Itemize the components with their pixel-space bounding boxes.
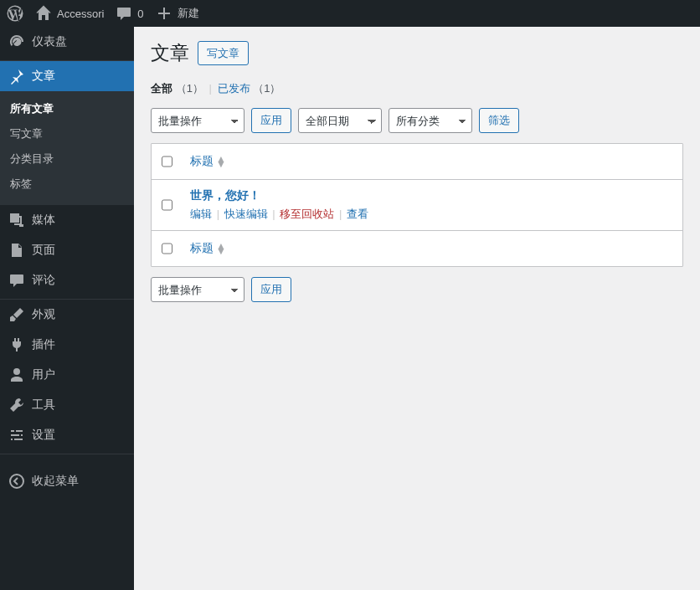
submenu-categories[interactable]: 分类目录 <box>0 146 134 172</box>
menu-label: 页面 <box>32 243 55 258</box>
menu-label: 设置 <box>32 428 55 443</box>
sort-by-title-footer[interactable]: 标题 ▲▼ <box>190 241 226 256</box>
new-label: 新建 <box>178 6 199 21</box>
select-all-footer <box>152 231 182 266</box>
submenu-posts: 所有文章 写文章 分类目录 标签 <box>0 91 134 205</box>
comments-link[interactable]: 0 <box>116 5 143 22</box>
menu-label: 外观 <box>32 307 55 322</box>
menu-pages[interactable]: 页面 <box>0 235 134 265</box>
apply-bulk-top-button[interactable]: 应用 <box>251 108 291 133</box>
collapse-arrow-icon <box>8 473 25 490</box>
submenu-new-post[interactable]: 写文章 <box>0 121 134 146</box>
plus-icon <box>156 5 172 22</box>
menu-users[interactable]: 用户 <box>0 360 134 390</box>
tablenav-top: 批量操作 应用 全部日期 所有分类 筛选 <box>151 108 683 133</box>
table-row: 世界，您好！ 编辑 | 快速编辑 | 移至回收站 | 查看 <box>152 180 682 231</box>
submenu-all-posts[interactable]: 所有文章 <box>0 96 134 121</box>
menu-tools[interactable]: 工具 <box>0 390 134 420</box>
menu-label: 用户 <box>32 367 55 382</box>
menu-posts[interactable]: 文章 <box>0 61 134 91</box>
menu-label: 评论 <box>32 273 55 288</box>
category-filter-select[interactable]: 所有分类 <box>389 108 472 133</box>
admin-sidebar: 仪表盘 文章 所有文章 写文章 分类目录 标签 媒体 页面 <box>0 27 134 590</box>
new-content-link[interactable]: 新建 <box>156 5 199 22</box>
menu-label: 工具 <box>32 398 55 413</box>
content-area: 文章 写文章 全部 （1） | 已发布 （1） 批量操作 应用 全部日期 所有 <box>134 27 700 590</box>
wrench-icon <box>8 397 25 413</box>
sort-indicator-icon: ▲▼ <box>216 156 226 167</box>
tablenav-bottom: 批量操作 应用 <box>151 277 683 302</box>
filter-published[interactable]: 已发布 <box>218 82 250 95</box>
bulk-action-select-top[interactable]: 批量操作 <box>151 108 244 133</box>
add-new-post-button[interactable]: 写文章 <box>198 41 249 66</box>
filter-published-count: （1） <box>253 82 281 95</box>
pin-icon <box>8 68 25 85</box>
plug-icon <box>8 336 25 353</box>
table-header-row: 标题 ▲▼ <box>152 144 682 180</box>
home-icon <box>35 5 52 22</box>
menu-plugins[interactable]: 插件 <box>0 330 134 360</box>
comments-count: 0 <box>137 8 143 20</box>
menu-collapse[interactable]: 收起菜单 <box>0 466 134 496</box>
sort-by-title[interactable]: 标题 ▲▼ <box>190 154 226 169</box>
site-name: Accessori <box>57 8 104 20</box>
menu-separator <box>0 450 134 454</box>
svg-point-0 <box>10 475 23 488</box>
admin-top-bar: Accessori 0 新建 <box>0 0 700 27</box>
menu-label: 文章 <box>32 69 55 84</box>
column-title-footer: 标题 ▲▼ <box>182 233 682 264</box>
row-actions: 编辑 | 快速编辑 | 移至回收站 | 查看 <box>190 207 674 222</box>
menu-media[interactable]: 媒体 <box>0 205 134 235</box>
post-title-link[interactable]: 世界，您好！ <box>190 188 260 202</box>
row-select-cell <box>152 187 182 223</box>
media-icon <box>8 212 25 228</box>
menu-dashboard[interactable]: 仪表盘 <box>0 27 134 57</box>
trash-link[interactable]: 移至回收站 <box>280 208 334 220</box>
menu-label: 插件 <box>32 337 55 352</box>
menu-label: 收起菜单 <box>32 474 79 489</box>
page-title: 文章 <box>151 40 189 66</box>
apply-bulk-bottom-button[interactable]: 应用 <box>251 277 291 302</box>
bulk-action-select-bottom[interactable]: 批量操作 <box>151 277 244 302</box>
table-footer-row: 标题 ▲▼ <box>152 231 682 266</box>
menu-settings[interactable]: 设置 <box>0 420 134 450</box>
comment-icon <box>8 272 25 289</box>
menu-label: 媒体 <box>32 213 55 228</box>
comment-icon <box>116 5 132 22</box>
select-all-checkbox-footer[interactable] <box>162 242 172 255</box>
sliders-icon <box>8 427 25 444</box>
page-icon <box>8 242 25 259</box>
view-link[interactable]: 查看 <box>347 208 368 220</box>
menu-label: 仪表盘 <box>32 34 67 49</box>
post-title-cell: 世界，您好！ 编辑 | 快速编辑 | 移至回收站 | 查看 <box>182 180 682 230</box>
sort-indicator-icon: ▲▼ <box>216 244 226 254</box>
menu-appearance[interactable]: 外观 <box>0 300 134 330</box>
posts-table: 标题 ▲▼ 世界，您好！ 编辑 | 快速编辑 <box>151 143 683 267</box>
quick-edit-link[interactable]: 快速编辑 <box>224 208 268 220</box>
date-filter-select[interactable]: 全部日期 <box>298 108 382 133</box>
page-heading: 文章 写文章 <box>151 40 683 66</box>
filter-all[interactable]: 全部 <box>151 82 172 95</box>
user-icon <box>8 367 25 383</box>
wp-logo-menu[interactable] <box>7 5 23 22</box>
brush-icon <box>8 306 25 323</box>
filter-button[interactable]: 筛选 <box>479 108 519 133</box>
wordpress-logo-icon <box>7 5 23 22</box>
edit-link[interactable]: 编辑 <box>190 208 212 220</box>
site-home-link[interactable]: Accessori <box>35 5 104 22</box>
menu-comments[interactable]: 评论 <box>0 265 134 295</box>
filter-all-count: （1） <box>176 82 203 95</box>
submenu-tags[interactable]: 标签 <box>0 172 134 197</box>
column-title-header: 标题 ▲▼ <box>182 146 682 177</box>
select-all-checkbox[interactable] <box>162 155 172 168</box>
row-select-checkbox[interactable] <box>162 198 172 212</box>
dashboard-icon <box>8 33 25 50</box>
select-all-header <box>152 144 182 179</box>
post-status-filters: 全部 （1） | 已发布 （1） <box>151 81 683 96</box>
